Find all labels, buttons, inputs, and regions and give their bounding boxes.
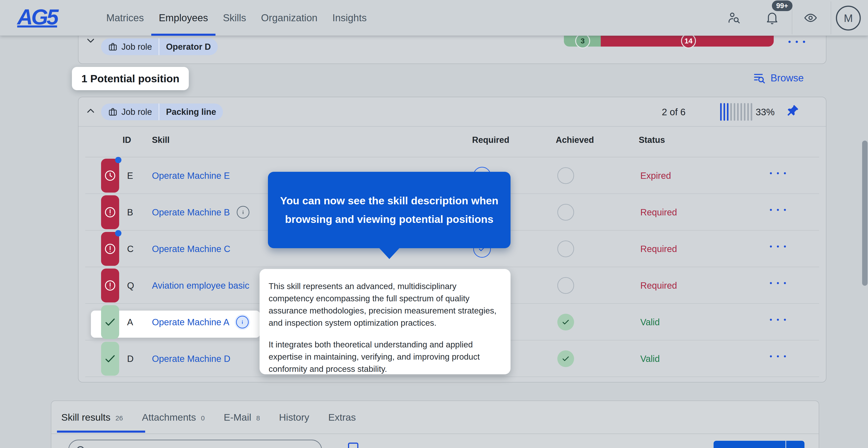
details-panel: Skill results 26 Attachments 0 E-Mail 8 … bbox=[51, 401, 819, 448]
alert-badge bbox=[101, 195, 119, 229]
grid-icon[interactable] bbox=[348, 443, 359, 448]
kebab-menu-row[interactable] bbox=[770, 209, 786, 211]
valid-badge bbox=[101, 305, 119, 339]
eye-icon[interactable] bbox=[797, 0, 824, 36]
achieved-circle-checked bbox=[557, 314, 574, 330]
valid-badge bbox=[101, 342, 119, 376]
achieved-circle bbox=[557, 241, 574, 257]
skill-link[interactable]: Operate Machine A bbox=[152, 317, 229, 327]
tab-count: 8 bbox=[256, 414, 260, 422]
notification-dot bbox=[115, 230, 121, 236]
alert-badge bbox=[101, 268, 119, 302]
column-header-required: Required bbox=[472, 135, 509, 145]
job-role-card-operator-d: Job role Operator D 3 14 bbox=[78, 36, 827, 64]
tab-label: Extras bbox=[328, 412, 356, 423]
chevron-up-icon[interactable] bbox=[85, 105, 97, 117]
search-icon bbox=[76, 446, 84, 448]
percent-label: 33% bbox=[756, 107, 775, 118]
nav-item-insights[interactable]: Insights bbox=[325, 0, 374, 36]
card-header-divider bbox=[79, 126, 826, 127]
tab-count: 0 bbox=[201, 414, 205, 422]
info-icon[interactable] bbox=[236, 316, 249, 328]
skill-link[interactable]: Operate Machine B bbox=[152, 207, 230, 218]
person-search-icon[interactable] bbox=[720, 0, 747, 36]
kebab-menu-operator-d[interactable] bbox=[788, 41, 805, 43]
potential-position-title: 1 Potential position bbox=[72, 67, 189, 90]
alert-icon bbox=[103, 242, 117, 255]
tab-extras[interactable]: Extras bbox=[328, 412, 356, 423]
kebab-menu-row[interactable] bbox=[770, 282, 786, 284]
app-logo[interactable]: AG5 bbox=[17, 4, 57, 29]
info-icon[interactable] bbox=[237, 206, 249, 219]
row-divider bbox=[85, 377, 819, 377]
tab-attachments[interactable]: Attachments 0 bbox=[142, 412, 205, 423]
primary-action-more-button[interactable] bbox=[785, 441, 804, 448]
nav-item-employees[interactable]: Employees bbox=[151, 0, 215, 36]
avatar[interactable]: M bbox=[836, 6, 861, 31]
top-nav: AG5 Matrices Employees Skills Organizati… bbox=[0, 0, 868, 36]
skill-description-tooltip: This skill represents an advanced, multi… bbox=[259, 269, 510, 374]
primary-action-button[interactable] bbox=[714, 441, 785, 448]
chip-value: Operator D bbox=[166, 42, 211, 52]
job-role-chip-packing-line[interactable]: Job role Packing line bbox=[101, 103, 223, 120]
skill-id: C bbox=[127, 230, 134, 267]
nav-item-matrices[interactable]: Matrices bbox=[99, 0, 151, 36]
scrollbar-thumb[interactable] bbox=[862, 140, 868, 286]
skill-id: B bbox=[127, 194, 133, 230]
tab-skill-results[interactable]: Skill results 26 bbox=[61, 412, 123, 423]
skill-id: A bbox=[127, 304, 133, 341]
alert-icon bbox=[103, 279, 117, 292]
skill-link[interactable]: Operate Machine D bbox=[152, 354, 230, 364]
description-paragraph: This skill represents an advanced, multi… bbox=[269, 280, 501, 329]
column-header-id: ID bbox=[123, 135, 131, 145]
pin-icon[interactable] bbox=[786, 103, 802, 119]
skill-link[interactable]: Aviation employee basic bbox=[152, 281, 249, 291]
clock-icon bbox=[103, 169, 117, 182]
skill-link[interactable]: Operate Machine E bbox=[152, 171, 230, 181]
skill-link[interactable]: Operate Machine C bbox=[152, 244, 230, 254]
announcement-tooltip: You can now see the skill description wh… bbox=[268, 172, 510, 248]
skill-id: Q bbox=[127, 267, 134, 304]
achieved-circle bbox=[557, 167, 574, 184]
chevron-down-icon[interactable] bbox=[85, 35, 97, 46]
list-search-icon bbox=[753, 71, 766, 85]
tab-history[interactable]: History bbox=[279, 412, 309, 423]
chip-type-label: Job role bbox=[121, 107, 152, 117]
chip-type-label: Job role bbox=[121, 42, 152, 52]
browse-button[interactable]: Browse bbox=[753, 71, 804, 85]
tooltip-arrow bbox=[379, 248, 400, 259]
missing-count-badge: 14 bbox=[682, 34, 695, 47]
kebab-menu-row[interactable] bbox=[770, 246, 786, 248]
description-paragraph: It integrates both theoretical understan… bbox=[269, 339, 501, 375]
alert-icon bbox=[103, 206, 117, 219]
app-screen: Job role Operator D 3 14 1 Potential pos… bbox=[0, 0, 868, 448]
table-header: ID Skill Required Achieved Status bbox=[79, 135, 826, 149]
search-input[interactable] bbox=[68, 440, 322, 448]
status-label: Required bbox=[640, 194, 677, 230]
achieved-circle-checked bbox=[557, 350, 574, 367]
skill-id: E bbox=[127, 157, 133, 194]
tally-progress bbox=[720, 103, 752, 121]
nav-item-organization[interactable]: Organization bbox=[254, 0, 325, 36]
primary-split-button bbox=[714, 441, 804, 448]
status-label: Required bbox=[640, 267, 677, 304]
tab-label: Skill results bbox=[61, 412, 110, 423]
nav-item-skills[interactable]: Skills bbox=[215, 0, 254, 36]
status-label: Valid bbox=[640, 341, 660, 377]
status-label: Expired bbox=[640, 157, 671, 194]
tab-label: History bbox=[279, 412, 309, 423]
column-header-skill: Skill bbox=[152, 135, 169, 145]
kebab-menu-row[interactable] bbox=[770, 319, 786, 321]
job-role-chip-operator-d[interactable]: Job role Operator D bbox=[101, 38, 218, 55]
tabs-divider bbox=[51, 434, 819, 434]
achieved-circle bbox=[557, 204, 574, 221]
kebab-menu-row[interactable] bbox=[770, 172, 786, 174]
check-icon bbox=[103, 352, 117, 365]
details-tabs: Skill results 26 Attachments 0 E-Mail 8 … bbox=[61, 401, 356, 434]
nav-divider bbox=[831, 1, 831, 34]
announcement-text: You can now see the skill description wh… bbox=[280, 191, 499, 228]
tab-email[interactable]: E-Mail 8 bbox=[224, 412, 260, 423]
status-label: Valid bbox=[640, 304, 660, 341]
alert-badge bbox=[101, 232, 119, 266]
kebab-menu-row[interactable] bbox=[770, 355, 786, 357]
